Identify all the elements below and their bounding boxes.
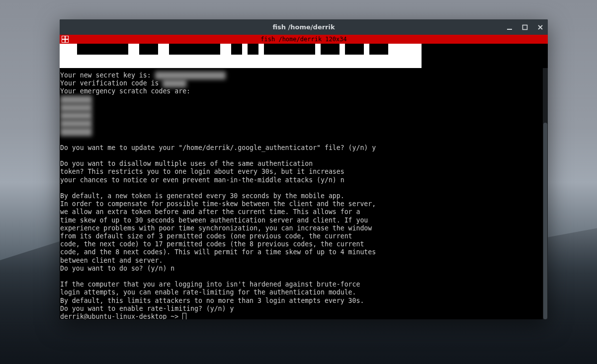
minimize-button[interactable] bbox=[502, 19, 517, 35]
terminal-output: Your new secret key is: XX XXXX XXXXXXXX… bbox=[60, 72, 548, 319]
output-line: from its default size of 3 permitted cod… bbox=[60, 232, 352, 240]
minimize-icon bbox=[507, 24, 512, 30]
scrollbar-thumb[interactable] bbox=[543, 123, 547, 319]
tab-menu-button[interactable] bbox=[61, 35, 69, 43]
output-line: Do you want to enable rate-limiting? (y/… bbox=[60, 305, 234, 312]
maximize-icon bbox=[522, 24, 528, 30]
svg-rect-0 bbox=[507, 29, 512, 30]
output-line: code, the next code) to 17 permitted cod… bbox=[60, 240, 364, 248]
output-line: By default, a new token is generated eve… bbox=[60, 192, 344, 200]
output-line: Do you want me to update your "/home/der… bbox=[60, 144, 376, 151]
svg-rect-6 bbox=[66, 40, 68, 42]
output-line: experience problems with poor time synch… bbox=[60, 224, 372, 232]
redacted-scratch-code: XXXXXX bbox=[60, 96, 92, 104]
output-line: your chances to notice or even prevent m… bbox=[60, 176, 344, 184]
output-line: we allow an extra token before and after… bbox=[60, 208, 360, 216]
output-line: token? This restricts you to one login a… bbox=[60, 168, 344, 175]
redacted-verification-code: XXXXXX bbox=[163, 79, 186, 87]
redacted-secret-key: XX XXXX XXXXXXXXXX bbox=[155, 72, 226, 79]
redacted-scratch-code: XXXXXX bbox=[60, 112, 92, 120]
shell-prompt: derrik@ubuntu-linux-desktop ~> bbox=[60, 313, 182, 319]
output-line: Do you want to disallow multiple uses of… bbox=[60, 160, 313, 167]
output-line: Your emergency scratch codes are: bbox=[60, 87, 190, 95]
svg-rect-5 bbox=[62, 40, 65, 42]
output-line: login attempts, you can enable rate-limi… bbox=[60, 289, 356, 296]
tab-label: fish /home/derrik 120x34 bbox=[60, 36, 548, 43]
output-line: Your verification code is bbox=[60, 79, 163, 87]
output-line: between client and server. bbox=[60, 257, 163, 264]
terminal-window: fish /home/derrik fish /home/derrik 120 bbox=[60, 19, 548, 319]
output-line: Do you want to do so? (y/n) n bbox=[60, 265, 174, 272]
output-line: If the computer that you are logging int… bbox=[60, 281, 360, 288]
maximize-button[interactable] bbox=[517, 19, 532, 35]
output-line: In order to compensate for possible time… bbox=[60, 200, 376, 208]
tab-menu-icon bbox=[62, 36, 69, 43]
redacted-scratch-code: XXXXXX bbox=[60, 104, 92, 112]
close-button[interactable] bbox=[532, 19, 548, 35]
close-icon bbox=[537, 24, 543, 30]
svg-rect-1 bbox=[522, 25, 527, 29]
window-titlebar[interactable]: fish /home/derrik bbox=[60, 19, 548, 35]
terminal-scrollbar[interactable] bbox=[543, 68, 548, 319]
window-controls bbox=[502, 19, 548, 35]
output-line: code, and the 8 next codes). This will p… bbox=[60, 248, 376, 256]
output-line: time skew of up to 30 seconds between au… bbox=[60, 217, 368, 224]
qr-code-blocks bbox=[60, 44, 422, 55]
redacted-scratch-code: XXXXXX bbox=[60, 128, 92, 136]
output-line: By default, this limits attackers to no … bbox=[60, 297, 364, 304]
redacted-scratch-code: XXXXXX bbox=[60, 120, 92, 128]
svg-rect-3 bbox=[62, 36, 65, 39]
terminal-tab-bar: fish /home/derrik 120x34 bbox=[60, 35, 548, 44]
terminal-viewport[interactable]: Your new secret key is: XX XXXX XXXXXXXX… bbox=[60, 44, 548, 319]
output-line: Your new secret key is: bbox=[60, 72, 155, 79]
svg-rect-4 bbox=[66, 36, 68, 39]
window-title: fish /home/derrik bbox=[60, 23, 548, 31]
cursor-icon bbox=[182, 313, 186, 319]
